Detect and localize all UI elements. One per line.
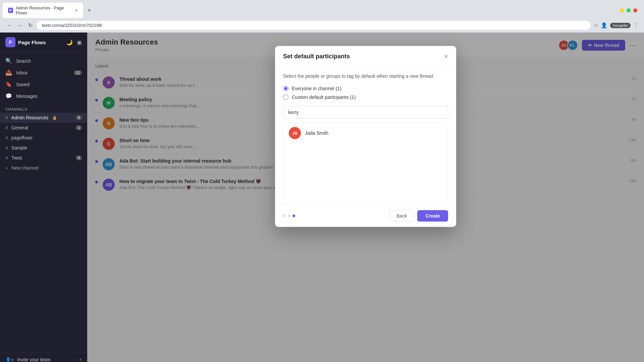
profile-icon[interactable]: 👤 xyxy=(601,22,607,28)
workspace-icon: P xyxy=(5,37,15,47)
custom-radio[interactable] xyxy=(283,95,288,100)
layout-icon-button[interactable]: ▣ xyxy=(77,39,82,46)
footer-buttons: Back Create xyxy=(389,210,448,222)
channels-section-label: Channels xyxy=(0,105,87,113)
window-controls xyxy=(620,8,641,12)
app: P Page Flows 🌙 ▣ 🔍 Search 📥 Inbox 12 🔖 S… xyxy=(0,33,644,362)
reload-button[interactable]: ↻ xyxy=(27,21,34,30)
everyone-option-label: Everyone in channel (1) xyxy=(292,86,341,91)
tab-favicon: P xyxy=(8,8,13,13)
active-tab[interactable]: P Admin Resources · Page Flows × xyxy=(3,3,83,18)
main-content: Admin Resources Private JA KL ✏ New thre… xyxy=(87,33,644,362)
saved-icon: 🔖 xyxy=(5,81,12,87)
tab-close-button[interactable]: × xyxy=(75,8,78,13)
address-right: ☆ 👤 Incognito ⋮ xyxy=(593,22,639,28)
sidebar-item-inbox[interactable]: 📥 Inbox 12 xyxy=(0,67,87,78)
pagination-dot-1 xyxy=(283,215,286,217)
hashtag-icon: # xyxy=(5,135,8,140)
tab-bar: P Admin Resources · Page Flows × + xyxy=(0,0,644,18)
channel-badge: 8 xyxy=(76,115,82,120)
forward-button[interactable]: → xyxy=(16,21,24,30)
hashtag-icon: # xyxy=(5,155,8,161)
moon-icon-button[interactable]: 🌙 xyxy=(66,39,73,46)
dialog-footer: Back Create xyxy=(275,204,456,227)
channel-list: # Admin Resources 🔒 8 # General 1 # page… xyxy=(0,113,87,173)
hashtag-icon: # xyxy=(5,145,8,150)
plus-icon: + xyxy=(5,165,8,171)
set-default-participants-dialog: Set default participants × Select the pe… xyxy=(275,46,456,227)
tab-title: Admin Resources · Page Flows xyxy=(16,5,72,15)
channel-item-general[interactable]: # General 1 xyxy=(0,123,87,133)
dialog-description: Select the people or groups to tag by de… xyxy=(283,73,448,80)
pagination-dot-2 xyxy=(288,215,290,217)
participant-search-input[interactable] xyxy=(283,106,448,119)
channel-item-pageflows[interactable]: # pageflows xyxy=(0,133,87,143)
bookmark-icon[interactable]: ☆ xyxy=(593,22,598,28)
address-input[interactable] xyxy=(37,21,591,30)
sidebar: P Page Flows 🌙 ▣ 🔍 Search 📥 Inbox 12 🔖 S… xyxy=(0,33,87,362)
pagination-dots xyxy=(283,215,295,217)
sidebar-nav: 🔍 Search 📥 Inbox 12 🔖 Saved 💬 Messages xyxy=(0,52,87,105)
hashtag-icon: # xyxy=(5,115,8,120)
channel-item-sample[interactable]: # Sample xyxy=(0,143,87,153)
dialog-overlay: Set default participants × Select the pe… xyxy=(87,33,644,362)
channel-name: Sample xyxy=(11,145,27,150)
incognito-badge: Incognito xyxy=(610,23,631,28)
back-button[interactable]: Back xyxy=(389,210,414,222)
invite-close-button[interactable]: × xyxy=(79,357,82,362)
browser-chrome: P Admin Resources · Page Flows × + ← → ↻… xyxy=(0,0,644,33)
messages-label: Messages xyxy=(16,94,38,99)
sidebar-item-messages[interactable]: 💬 Messages xyxy=(0,90,87,102)
new-tab-button[interactable]: + xyxy=(85,6,94,15)
everyone-radio[interactable] xyxy=(283,86,288,91)
participant-name: Jada Smith xyxy=(305,130,328,136)
dialog-title: Set default participants xyxy=(283,53,350,60)
sidebar-item-search[interactable]: 🔍 Search xyxy=(0,55,87,67)
channel-item-admin-resources[interactable]: # Admin Resources 🔒 8 xyxy=(0,113,87,123)
channel-badge: 1 xyxy=(76,125,82,130)
custom-option-label: Custom default participants (1) xyxy=(292,95,356,100)
channel-name: Twist xyxy=(11,155,22,161)
sidebar-icons: 🌙 ▣ xyxy=(66,39,82,46)
new-channel-item[interactable]: + New channel xyxy=(0,163,87,173)
maximize-button[interactable] xyxy=(627,8,631,12)
channel-name: pageflows xyxy=(11,135,33,140)
hashtag-icon: # xyxy=(5,125,8,130)
new-channel-label: New channel xyxy=(11,165,39,171)
saved-label: Saved xyxy=(16,82,30,87)
messages-icon: 💬 xyxy=(5,93,12,99)
search-icon: 🔍 xyxy=(5,58,12,64)
workspace-name: Page Flows xyxy=(18,40,46,45)
channel-name: Admin Resources xyxy=(11,115,49,120)
dialog-close-button[interactable]: × xyxy=(444,53,448,60)
dialog-body: Select the people or groups to tag by de… xyxy=(275,66,456,204)
participant-item[interactable]: JS Jada Smith xyxy=(283,123,448,143)
channel-name: General xyxy=(11,125,28,130)
svg-text:JS: JS xyxy=(292,131,298,136)
participant-list: JS Jada Smith xyxy=(283,123,448,204)
custom-participants-option[interactable]: Custom default participants (1) xyxy=(283,95,448,100)
invite-team-label: Invite your team xyxy=(17,357,51,362)
address-bar: ← → ↻ ☆ 👤 Incognito ⋮ xyxy=(0,18,644,33)
participant-avatar: JS xyxy=(289,127,301,139)
inbox-badge: 12 xyxy=(74,70,82,75)
close-button[interactable] xyxy=(633,8,637,12)
radio-group: Everyone in channel (1) Custom default p… xyxy=(283,86,448,100)
invite-team-button[interactable]: 👤+ Invite your team × xyxy=(5,357,82,362)
sidebar-item-saved[interactable]: 🔖 Saved xyxy=(0,78,87,90)
minimize-button[interactable] xyxy=(620,8,624,12)
pagination-dot-3 xyxy=(292,215,295,217)
sidebar-footer: 👤+ Invite your team × xyxy=(0,353,87,362)
inbox-icon: 📥 xyxy=(5,69,12,76)
channel-item-twist[interactable]: # Twist 4 xyxy=(0,153,87,163)
dialog-header: Set default participants × xyxy=(275,46,456,66)
back-button[interactable]: ← xyxy=(5,21,13,30)
create-button[interactable]: Create xyxy=(417,210,448,222)
search-label: Search xyxy=(16,58,31,64)
everyone-in-channel-option[interactable]: Everyone in channel (1) xyxy=(283,86,448,91)
menu-icon[interactable]: ⋮ xyxy=(633,22,639,28)
sidebar-header: P Page Flows 🌙 ▣ xyxy=(0,33,87,52)
channel-badge: 4 xyxy=(76,156,82,160)
person-add-icon: 👤+ xyxy=(5,357,14,362)
lock-icon: 🔒 xyxy=(52,116,57,120)
